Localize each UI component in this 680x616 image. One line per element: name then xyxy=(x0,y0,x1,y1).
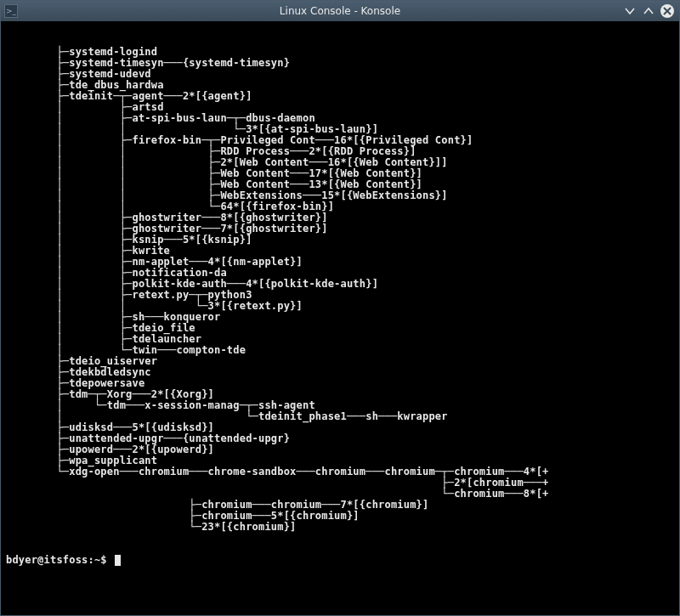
app-icon: >_ xyxy=(4,4,18,18)
titlebar[interactable]: >_ Linux Console - Konsole xyxy=(1,1,679,21)
window-title: Linux Console - Konsole xyxy=(280,5,400,17)
terminal-output[interactable]: ├─systemd-logind ├─systemd-timesyn───{sy… xyxy=(1,21,679,615)
chevron-up-icon xyxy=(643,5,654,17)
minimize-button[interactable] xyxy=(623,4,637,18)
pstree-output: ├─systemd-logind ├─systemd-timesyn───{sy… xyxy=(6,47,674,533)
window-controls xyxy=(623,4,679,18)
konsole-window: >_ Linux Console - Konsole ├─systemd-log… xyxy=(0,0,680,616)
close-button[interactable] xyxy=(660,4,674,18)
maximize-button[interactable] xyxy=(642,4,655,18)
cursor xyxy=(115,555,121,566)
prompt-line: bdyer@itsfoss:~$ xyxy=(6,555,674,566)
shell-prompt: bdyer@itsfoss:~$ xyxy=(6,555,113,566)
chevron-down-icon xyxy=(624,5,636,17)
close-icon xyxy=(661,5,673,17)
